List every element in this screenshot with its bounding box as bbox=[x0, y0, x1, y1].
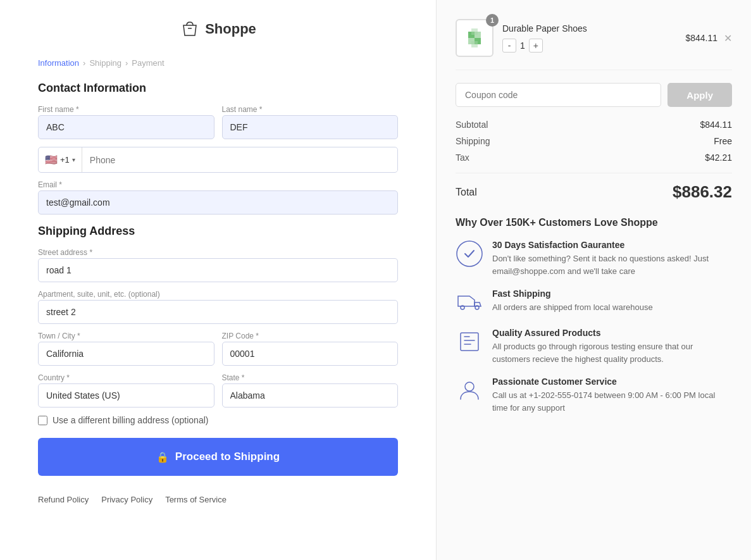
billing-checkbox-row: Use a different billing address (optiona… bbox=[38, 415, 398, 425]
first-name-group: First name * bbox=[38, 105, 214, 139]
trust-item-desc-support: Call us at +1-202-555-0174 between 9:00 … bbox=[492, 389, 732, 414]
street-group: Street address * bbox=[38, 248, 398, 282]
product-name: Durable Paper Shoes bbox=[502, 23, 685, 34]
privacy-policy-link[interactable]: Privacy Policy bbox=[101, 495, 152, 504]
shipping-value: Free bbox=[714, 136, 732, 146]
svg-point-11 bbox=[465, 382, 474, 391]
shipping-section-title: Shipping Address bbox=[38, 225, 398, 238]
zip-input[interactable] bbox=[222, 342, 399, 366]
first-name-label: First name * bbox=[38, 105, 214, 114]
trust-item-quality: Quality Assured Products All products go… bbox=[456, 328, 732, 365]
zip-group: ZIP Code * bbox=[222, 332, 399, 366]
apt-input[interactable] bbox=[38, 300, 398, 324]
summary-divider bbox=[456, 173, 732, 173]
city-input[interactable] bbox=[38, 342, 214, 366]
quantity-decrease-button[interactable]: - bbox=[502, 39, 516, 53]
svg-rect-5 bbox=[471, 28, 478, 35]
quantity-increase-button[interactable]: + bbox=[529, 39, 543, 53]
quality-icon bbox=[456, 328, 483, 356]
total-label: Total bbox=[456, 187, 477, 198]
trust-item-title-guarantee: 30 Days Satisfaction Gaurantee bbox=[492, 240, 732, 250]
first-name-input[interactable] bbox=[38, 115, 214, 139]
total-row: Total $886.32 bbox=[456, 182, 732, 202]
state-label: State * bbox=[222, 373, 399, 382]
breadcrumb-sep-1: › bbox=[83, 58, 85, 68]
quantity-control: - 1 + bbox=[502, 39, 685, 53]
country-state-row: Country * State * bbox=[38, 373, 398, 408]
street-label: Street address * bbox=[38, 248, 398, 257]
svg-rect-10 bbox=[461, 333, 478, 351]
zip-label: ZIP Code * bbox=[222, 332, 399, 340]
remove-product-button[interactable]: ✕ bbox=[724, 32, 732, 44]
phone-flag-selector[interactable]: 🇺🇸 +1 ▾ bbox=[39, 147, 82, 172]
city-zip-row: Town / City * ZIP Code * bbox=[38, 332, 398, 366]
trust-item-guarantee: 30 Days Satisfaction Gaurantee Don't lik… bbox=[456, 240, 732, 277]
logo-icon bbox=[180, 19, 200, 39]
apply-coupon-button[interactable]: Apply bbox=[667, 83, 732, 107]
logo: Shoppe bbox=[38, 19, 398, 39]
apt-group: Apartment, suite, unit, etc. (optional) bbox=[38, 290, 398, 324]
trust-item-title-shipping: Fast Shipping bbox=[492, 289, 732, 299]
coupon-row: Apply bbox=[456, 83, 732, 107]
cart-badge: 1 bbox=[486, 14, 499, 27]
trust-item-support: Passionate Customer Service Call us at +… bbox=[456, 376, 732, 414]
street-input[interactable] bbox=[38, 258, 398, 282]
phone-row: 🇺🇸 +1 ▾ bbox=[38, 147, 398, 173]
state-group: State * bbox=[222, 373, 399, 408]
coupon-input[interactable] bbox=[456, 83, 661, 107]
trust-content-support: Passionate Customer Service Call us at +… bbox=[492, 376, 732, 414]
total-value: $886.32 bbox=[673, 182, 732, 202]
phone-input[interactable] bbox=[82, 149, 397, 171]
country-label: Country * bbox=[38, 373, 214, 382]
product-img-svg bbox=[462, 25, 487, 51]
breadcrumb-information[interactable]: Information bbox=[38, 58, 79, 68]
subtotal-row: Subtotal $844.11 bbox=[456, 120, 732, 130]
product-price: $844.11 bbox=[685, 33, 717, 43]
apt-label: Apartment, suite, unit, etc. (optional) bbox=[38, 290, 398, 299]
shipping-row: Shipping Free bbox=[456, 136, 732, 146]
phone-country-code: +1 bbox=[60, 155, 70, 165]
terms-link[interactable]: Terms of Service bbox=[165, 495, 227, 504]
tax-row: Tax $42.21 bbox=[456, 152, 732, 163]
breadcrumb-shipping[interactable]: Shipping bbox=[89, 58, 121, 68]
trust-content-quality: Quality Assured Products All products go… bbox=[492, 328, 732, 365]
name-row: First name * Last name * bbox=[38, 105, 398, 139]
country-input[interactable] bbox=[38, 383, 214, 408]
breadcrumb-payment[interactable]: Payment bbox=[132, 58, 164, 68]
product-row: 1 Durable Paper Shoes - 1 + $844.11 ✕ bbox=[456, 19, 732, 70]
trust-item-shipping: Fast Shipping All orders are shipped fro… bbox=[456, 289, 732, 316]
country-group: Country * bbox=[38, 373, 214, 408]
trust-title: Why Over 150K+ Customers Love Shoppe bbox=[456, 217, 732, 228]
subtotal-value: $844.11 bbox=[700, 120, 732, 130]
trust-section: Why Over 150K+ Customers Love Shoppe 30 … bbox=[456, 217, 732, 414]
trust-item-title-quality: Quality Assured Products bbox=[492, 328, 732, 338]
proceed-to-shipping-button[interactable]: 🔒 Proceed to Shipping bbox=[38, 438, 398, 476]
tax-label: Tax bbox=[456, 152, 469, 163]
product-info: Durable Paper Shoes - 1 + bbox=[502, 23, 685, 53]
trust-content-shipping: Fast Shipping All orders are shipped fro… bbox=[492, 289, 732, 314]
us-flag-icon: 🇺🇸 bbox=[45, 154, 58, 166]
fast-shipping-icon bbox=[456, 289, 483, 316]
guarantee-icon bbox=[456, 240, 483, 268]
email-input[interactable] bbox=[38, 190, 398, 215]
svg-rect-0 bbox=[188, 28, 192, 29]
email-group: Email * bbox=[38, 180, 398, 215]
billing-checkbox[interactable] bbox=[38, 416, 47, 425]
refund-policy-link[interactable]: Refund Policy bbox=[38, 495, 89, 504]
subtotal-label: Subtotal bbox=[456, 120, 488, 130]
state-input[interactable] bbox=[222, 383, 399, 408]
city-group: Town / City * bbox=[38, 332, 214, 366]
svg-point-7 bbox=[457, 241, 482, 266]
order-summary: Subtotal $844.11 Shipping Free Tax $42.2… bbox=[456, 120, 732, 163]
chevron-down-icon: ▾ bbox=[72, 156, 75, 163]
last-name-input[interactable] bbox=[222, 115, 399, 139]
lock-icon: 🔒 bbox=[156, 451, 169, 463]
email-label: Email * bbox=[38, 180, 398, 189]
trust-item-title-support: Passionate Customer Service bbox=[492, 376, 732, 387]
city-label: Town / City * bbox=[38, 332, 214, 340]
quantity-value: 1 bbox=[520, 40, 525, 51]
last-name-group: Last name * bbox=[222, 105, 399, 139]
contact-section-title: Contact Information bbox=[38, 82, 398, 95]
trust-item-desc-guarantee: Don't like something? Sent it back no qu… bbox=[492, 252, 732, 277]
last-name-label: Last name * bbox=[222, 105, 399, 114]
